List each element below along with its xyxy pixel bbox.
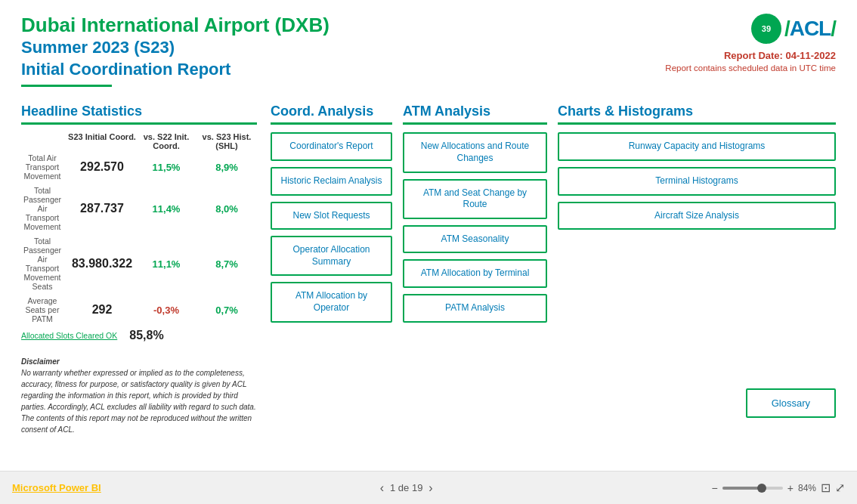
coord-button-2[interactable]: New Slot Requests — [271, 202, 392, 230]
glossary-button[interactable]: Glossary — [746, 388, 836, 418]
glossary-area: Glossary — [746, 388, 836, 418]
stat-label-1: Total Passenger Air Transport Movement — [21, 186, 68, 231]
col-atm: ATM Analysis New Allocations and Route C… — [403, 104, 558, 435]
report-date: Report Date: 04-11-2022 — [665, 50, 836, 61]
main-content: Dubai International Airport (DXB) Summer… — [0, 0, 857, 471]
col-headline: Headline Statistics S23 Initial Coord. v… — [21, 104, 271, 435]
stat-vs23-0: 8,9% — [196, 162, 257, 173]
coord-buttons-container: Coordinator's ReportHistoric Reclaim Ana… — [271, 132, 392, 322]
zoom-slider[interactable] — [722, 487, 783, 490]
columns-area: Headline Statistics S23 Initial Coord. v… — [21, 104, 836, 435]
disclaimer-text: No warranty whether expressed or implied… — [21, 367, 257, 435]
stat-vs23-2: 8,7% — [196, 258, 257, 270]
stats-header-row: S23 Initial Coord. vs. S22 Init. Coord. … — [21, 132, 257, 150]
atm-buttons-container: New Allocations and Route ChangesATM and… — [403, 132, 547, 322]
disclaimer-title: Disclaimer — [21, 357, 60, 366]
atm-button-0[interactable]: New Allocations and Route Changes — [403, 132, 547, 172]
coord-button-1[interactable]: Historic Reclaim Analysis — [271, 167, 392, 196]
next-page-arrow[interactable]: › — [428, 481, 432, 495]
headline-divider — [21, 122, 257, 125]
disclaimer: Disclaimer No warranty whether expressed… — [21, 356, 257, 435]
stat-label-2: Total Passenger Air Transport Movement S… — [21, 237, 68, 291]
allocated-row: Allocated Slots Cleared OK 85,8% — [21, 329, 257, 342]
header-divider — [21, 85, 112, 87]
header-area: Dubai International Airport (DXB) Summer… — [21, 14, 836, 97]
charts-title: Charts & Histograms — [558, 104, 836, 119]
header-left: Dubai International Airport (DXB) Summer… — [21, 14, 329, 97]
stat-main-2: 83.980.322 — [68, 257, 136, 271]
title-line1: Dubai International Airport (DXB) — [21, 14, 329, 37]
stat-label-0: Total Air Transport Movement — [21, 153, 68, 181]
charts-buttons-container: Runway Capacity and HistogramsTerminal H… — [558, 132, 836, 230]
atm-button-2[interactable]: ATM Seasonality — [403, 225, 547, 254]
pagination: ‹ 1 de 19 › — [380, 481, 433, 495]
zoom-thumb — [757, 484, 766, 493]
stat-vs22-2: 11,1% — [136, 258, 196, 270]
charts-button-1[interactable]: Terminal Histograms — [558, 167, 836, 196]
col-coord: Coord. Analysis Coordinator's ReportHist… — [271, 104, 403, 435]
zoom-percent: 84% — [798, 483, 816, 493]
coord-title: Coord. Analysis — [271, 104, 392, 119]
charts-button-0[interactable]: Runway Capacity and Histograms — [558, 132, 836, 161]
allocated-label: Allocated Slots Cleared OK — [21, 331, 117, 340]
stat-row-2: Total Passenger Air Transport Movement S… — [21, 237, 257, 291]
coord-button-4[interactable]: ATM Allocation by Operator — [271, 282, 392, 322]
header-right: 39 /ACL/ Report Date: 04-11-2022 Report … — [665, 14, 836, 73]
zoom-minus-icon[interactable]: − — [712, 482, 718, 494]
logo-number: 39 — [762, 24, 771, 33]
stat-vs23-3: 0,7% — [196, 305, 257, 316]
allocated-value: 85,8% — [129, 329, 163, 342]
stat-row-0: Total Air Transport Movement 292.570 11,… — [21, 153, 257, 181]
stat-main-0: 292.570 — [68, 160, 136, 174]
col-charts: Charts & Histograms Runway Capacity and … — [558, 104, 836, 435]
title-line2: Summer 2023 (S23) — [21, 37, 329, 59]
stats-col1-header: S23 Initial Coord. — [68, 132, 136, 150]
title-line3: Initial Coordination Report — [21, 59, 329, 81]
logo-text: /ACL/ — [784, 17, 836, 41]
stat-vs22-3: -0,3% — [136, 305, 196, 316]
fit-icon[interactable]: ⊡ — [821, 481, 831, 495]
zoom-plus-icon[interactable]: + — [787, 482, 794, 494]
bottom-bar: Microsoft Power BI ‹ 1 de 19 › − + 84% ⊡… — [0, 471, 857, 504]
report-info: Report contains scheduled data in UTC ti… — [665, 63, 836, 73]
stat-row-1: Total Passenger Air Transport Movement 2… — [21, 186, 257, 231]
atm-divider — [403, 122, 547, 125]
coord-button-0[interactable]: Coordinator's Report — [271, 132, 392, 161]
stat-row-3: Average Seats per PATM 292 -0,3% 0,7% — [21, 296, 257, 323]
fullscreen-icon[interactable]: ⤢ — [835, 481, 845, 495]
stat-main-1: 287.737 — [68, 202, 136, 215]
stat-vs23-1: 8,0% — [196, 203, 257, 215]
prev-page-arrow[interactable]: ‹ — [380, 481, 384, 495]
headline-title: Headline Statistics — [21, 104, 257, 119]
logo-circle: 39 — [751, 14, 781, 44]
stat-rows-container: Total Air Transport Movement 292.570 11,… — [21, 153, 257, 323]
charts-divider — [558, 122, 836, 125]
stat-vs22-1: 11,4% — [136, 203, 196, 215]
stats-col2-header: vs. S22 Init. Coord. — [136, 132, 196, 150]
charts-button-2[interactable]: Aircraft Size Analysis — [558, 202, 836, 230]
zoom-controls: − + 84% ⊡ ⤢ — [712, 481, 845, 495]
coord-divider — [271, 122, 392, 125]
page-number: 1 de 19 — [390, 482, 422, 493]
coord-button-3[interactable]: Operator Allocation Summary — [271, 236, 392, 276]
logo-area: 39 /ACL/ — [665, 14, 836, 44]
zoom-fill — [722, 487, 759, 490]
stat-label-3: Average Seats per PATM — [21, 296, 68, 323]
stats-col3-header: vs. S23 Hist. (SHL) — [196, 132, 257, 150]
atm-button-4[interactable]: PATM Analysis — [403, 294, 547, 323]
logo-slash: / — [784, 17, 790, 40]
stat-vs22-0: 11,5% — [136, 162, 196, 173]
atm-title: ATM Analysis — [403, 104, 547, 119]
stat-main-3: 292 — [68, 303, 136, 317]
powerbi-link[interactable]: Microsoft Power BI — [12, 482, 101, 493]
atm-button-3[interactable]: ATM Allocation by Terminal — [403, 259, 547, 288]
atm-button-1[interactable]: ATM and Seat Change by Route — [403, 179, 547, 219]
